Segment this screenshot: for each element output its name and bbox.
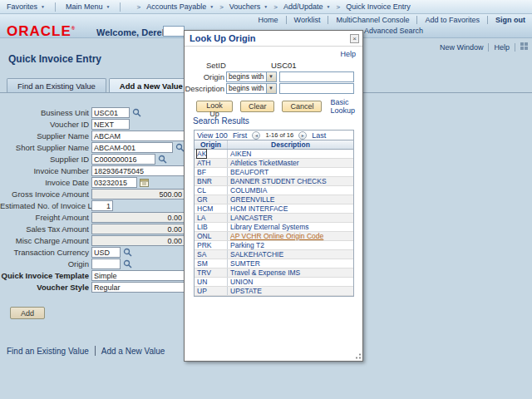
description-operator-select[interactable]: begins with ▼ [226, 83, 277, 94]
description-search-input[interactable] [279, 83, 354, 94]
misc-charge-amount-input[interactable] [91, 235, 185, 246]
origin-search-input[interactable] [279, 71, 354, 82]
last-link[interactable]: Last [312, 131, 326, 140]
resize-grip[interactable] [355, 353, 361, 359]
table-row[interactable]: SASALKEHATCHIE [195, 250, 353, 259]
voucher-style-select[interactable]: Regular [91, 282, 185, 293]
table-row[interactable]: CLCOLUMBIA [195, 186, 353, 195]
multichannel-console-link[interactable]: MultiChannel Console [336, 16, 409, 24]
table-row[interactable]: UNUNION [195, 278, 353, 287]
estimated-lines-input[interactable] [91, 200, 113, 211]
origin-code-link[interactable]: AK [197, 150, 206, 158]
origin-code-link[interactable]: LIB [195, 223, 228, 231]
origin-code-link[interactable]: HCM [195, 204, 228, 213]
table-row[interactable]: TRVTravel & Expense IMS [195, 268, 353, 278]
origin-description-link[interactable]: Parking T2 [228, 241, 353, 249]
origin-input[interactable] [91, 259, 121, 269]
previous-page-icon[interactable]: ◄ [252, 131, 260, 140]
next-page-icon[interactable]: ► [298, 131, 307, 140]
table-row[interactable]: LIBLibrary External Systems [195, 223, 353, 232]
origin-description-link[interactable]: Library External Systems [228, 223, 353, 231]
cancel-button[interactable]: Cancel [282, 101, 322, 112]
lookup-icon[interactable] [132, 108, 141, 117]
origin-description-link[interactable]: SALKEHATCHIE [228, 250, 353, 259]
help-link[interactable]: Help [494, 43, 510, 52]
nav-grid-icon[interactable] [520, 42, 528, 52]
invoice-date-input[interactable] [91, 177, 137, 188]
add-to-favorites-link[interactable]: Add to Favorites [425, 16, 480, 24]
table-row[interactable]: BFBEAUFORT [195, 168, 353, 177]
breadcrumb-favorites[interactable]: Favorites ▼ [7, 2, 45, 11]
origin-description-link[interactable]: BEAUFORT [228, 168, 353, 176]
origin-code-link[interactable]: LA [195, 214, 228, 222]
table-row[interactable]: BNRBANNER STUDENT CHECKS [195, 177, 353, 186]
origin-code-link[interactable]: BNR [195, 177, 228, 185]
sales-tax-amount-input[interactable] [91, 224, 185, 234]
add-button[interactable]: Add [10, 307, 45, 319]
breadcrumb-vouchers[interactable]: Vouchers ▼ [229, 2, 268, 11]
tab-find-existing-value[interactable]: Find an Existing Value [7, 78, 106, 92]
supplier-id-input[interactable] [91, 154, 155, 165]
table-row[interactable]: ATHAthletics TicketMaster [195, 159, 353, 168]
origin-code-link[interactable]: ONL [195, 232, 228, 240]
origin-description-link[interactable]: COLUMBIA [228, 186, 353, 195]
origin-code-link[interactable]: SA [195, 250, 228, 259]
business-unit-input[interactable] [91, 107, 130, 118]
invoice-number-input[interactable] [91, 165, 185, 176]
close-icon[interactable]: × [350, 34, 359, 43]
supplier-name-input[interactable] [91, 131, 185, 141]
sign-out-link[interactable]: Sign out [495, 16, 525, 24]
header-search-select[interactable] [163, 26, 185, 37]
origin-description-link[interactable]: Athletics TicketMaster [228, 159, 353, 167]
lookup-icon[interactable] [123, 248, 132, 257]
look-up-button[interactable]: Look Up [196, 101, 233, 112]
table-row[interactable]: GRGREENVILLE [195, 195, 353, 204]
first-link[interactable]: First [233, 131, 248, 140]
origin-description-link-hover[interactable]: AP VCHR Online Origin Code [228, 232, 353, 240]
origin-code-link[interactable]: PRK [195, 241, 228, 249]
transaction-currency-input[interactable] [91, 247, 121, 258]
new-window-link[interactable]: New Window [440, 43, 484, 52]
quick-invoice-template-select[interactable]: Simple [91, 270, 185, 281]
origin-description-link[interactable]: SUMTER [228, 259, 353, 268]
find-existing-value-link[interactable]: Find an Existing Value [7, 347, 89, 356]
view-100-link[interactable]: View 100 [197, 131, 228, 140]
origin-code-link[interactable]: UN [195, 278, 228, 286]
origin-description-link[interactable]: UPSTATE [228, 287, 353, 295]
voucher-id-input[interactable] [91, 119, 130, 130]
origin-description-link[interactable]: HCM INTERFACE [228, 204, 353, 213]
origin-code-link[interactable]: SM [195, 259, 228, 268]
home-link[interactable]: Home [259, 16, 278, 24]
breadcrumb-add-update[interactable]: Add/Update ▼ [283, 2, 331, 11]
lookup-icon[interactable] [158, 155, 167, 164]
add-new-value-link[interactable]: Add a New Value [101, 347, 165, 356]
origin-code-link[interactable]: GR [195, 195, 228, 204]
origin-description-link[interactable]: AIKEN [228, 150, 353, 158]
worklist-link[interactable]: Worklist [294, 16, 321, 24]
clear-button[interactable]: Clear [240, 101, 275, 112]
advanced-search-link[interactable]: Advanced Search [364, 27, 423, 35]
table-row[interactable]: AKAIKEN [195, 150, 353, 159]
breadcrumb-main-menu[interactable]: Main Menu ▼ [66, 2, 110, 11]
table-row[interactable]: LALANCASTER [195, 214, 353, 223]
origin-operator-select[interactable]: begins with ▼ [226, 71, 277, 82]
origin-code-link[interactable]: TRV [195, 268, 228, 277]
tab-add-new-value[interactable]: Add a New Value [109, 78, 194, 92]
short-supplier-name-input[interactable] [91, 142, 173, 153]
gross-invoice-amount-input[interactable] [91, 189, 185, 200]
lookup-icon[interactable] [123, 259, 132, 268]
origin-code-link[interactable]: CL [195, 186, 228, 195]
breadcrumb-accounts-payable[interactable]: Accounts Payable ▼ [146, 2, 214, 11]
origin-description-link[interactable]: UNION [228, 278, 353, 286]
table-row[interactable]: PRKParking T2 [195, 241, 353, 250]
table-row[interactable]: SMSUMTER [195, 259, 353, 268]
origin-code-link[interactable]: BF [195, 168, 228, 176]
origin-code-link[interactable]: ATH [195, 159, 228, 167]
table-row[interactable]: ONLAP VCHR Online Origin Code [195, 232, 353, 241]
basic-lookup-link[interactable]: Basic Lookup [330, 98, 362, 115]
origin-description-link[interactable]: Travel & Expense IMS [228, 268, 353, 277]
table-row[interactable]: HCMHCM INTERFACE [195, 204, 353, 214]
origin-description-link[interactable]: GREENVILLE [228, 195, 353, 204]
origin-code-link[interactable]: UP [195, 287, 228, 295]
origin-description-link[interactable]: LANCASTER [228, 214, 353, 222]
